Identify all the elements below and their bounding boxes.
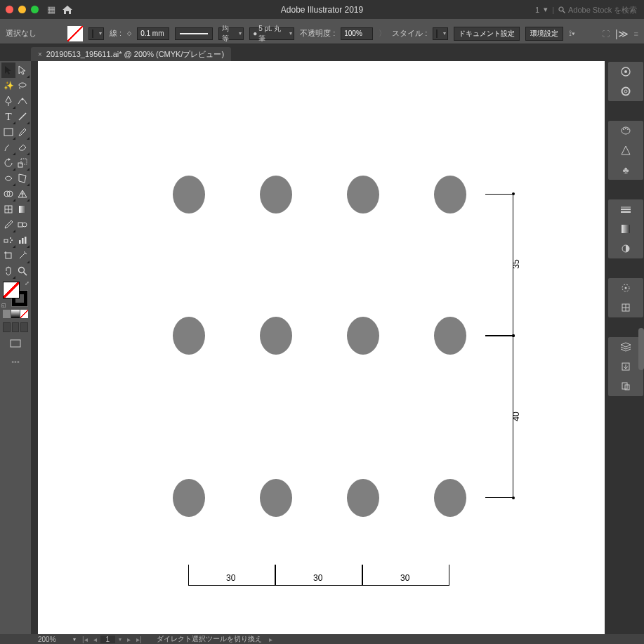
artboard-tool[interactable]: [1, 248, 15, 263]
last-artboard-button[interactable]: ▸|: [134, 636, 144, 643]
ellipse-shape[interactable]: [260, 317, 292, 355]
ellipse-shape[interactable]: [173, 176, 205, 213]
ellipse-shape[interactable]: [347, 479, 379, 517]
curvature-tool[interactable]: [15, 93, 29, 109]
direct-select-tool[interactable]: [15, 63, 29, 78]
transparency-panel-icon[interactable]: [608, 239, 643, 258]
status-chevron-icon[interactable]: ▸: [269, 636, 272, 643]
scale-tool[interactable]: [15, 155, 29, 171]
fill-dropdown[interactable]: [88, 27, 104, 40]
graph-tool[interactable]: [15, 232, 29, 248]
stroke-profile[interactable]: [175, 27, 213, 40]
options-menu-icon[interactable]: ≡: [634, 29, 638, 38]
default-fill-stroke-icon[interactable]: ◱: [1, 303, 6, 308]
zoom-tool[interactable]: [15, 263, 29, 279]
draw-inside[interactable]: [20, 322, 28, 332]
eyedropper-tool[interactable]: [1, 217, 15, 232]
zoom-window-button[interactable]: [31, 6, 39, 13]
fill-color-box[interactable]: [3, 282, 20, 298]
panel-scrollbar[interactable]: [638, 328, 644, 370]
stroke-weight-input[interactable]: [137, 27, 169, 40]
color-guide-panel-icon[interactable]: [608, 140, 643, 160]
workspace-chevron-icon[interactable]: ▾: [544, 5, 548, 14]
gradient-tool[interactable]: [15, 202, 29, 217]
color-mode-gradient[interactable]: [11, 310, 19, 318]
magic-wand-tool[interactable]: ✨: [1, 78, 15, 93]
screen-mode-button[interactable]: [1, 335, 29, 352]
color-mode-solid[interactable]: [3, 310, 11, 318]
ellipse-shape[interactable]: [347, 176, 379, 213]
zoom-chevron-icon[interactable]: ▾: [73, 636, 76, 643]
zoom-level[interactable]: 200%: [38, 636, 69, 643]
opacity-input[interactable]: [341, 27, 373, 40]
lasso-tool[interactable]: [15, 78, 29, 93]
minimize-window-button[interactable]: [18, 6, 26, 13]
ellipse-shape[interactable]: [260, 176, 292, 213]
free-transform-tool[interactable]: [15, 171, 29, 186]
search-input[interactable]: [568, 6, 638, 14]
stroke-panel-icon[interactable]: [608, 199, 643, 219]
edit-inside-icon[interactable]: |≫: [615, 28, 629, 39]
isolation-icon[interactable]: ⛶: [602, 29, 610, 38]
ellipse-shape[interactable]: [434, 479, 466, 517]
shaper-tool[interactable]: [1, 140, 15, 155]
swap-fill-stroke-icon[interactable]: ⤢: [25, 280, 29, 287]
close-tab-icon[interactable]: ×: [38, 51, 42, 58]
blend-tool[interactable]: [15, 217, 29, 232]
rectangle-tool[interactable]: [1, 124, 15, 140]
appearance-panel-icon[interactable]: [608, 278, 643, 298]
prev-artboard-button[interactable]: ◂: [91, 636, 99, 643]
next-artboard-button[interactable]: ▸: [125, 636, 133, 643]
fill-stroke-indicator[interactable]: ⤢ ◱: [1, 279, 29, 310]
gradient-panel-icon[interactable]: [608, 219, 643, 239]
ellipse-shape[interactable]: [434, 317, 466, 355]
document-setup-button[interactable]: ドキュメント設定: [454, 27, 520, 41]
artboard-chevron-icon[interactable]: ▾: [117, 636, 124, 643]
style-dropdown[interactable]: [433, 27, 448, 40]
width-tool[interactable]: [1, 171, 15, 186]
color-mode-none[interactable]: [20, 310, 28, 318]
draw-behind[interactable]: [12, 322, 20, 332]
draw-normal[interactable]: [3, 322, 11, 332]
stroke-weight-chevron-icon[interactable]: ◇: [127, 30, 131, 37]
graphic-styles-panel-icon[interactable]: [608, 298, 643, 317]
color-panel-icon[interactable]: [608, 121, 643, 140]
libraries-panel-icon[interactable]: [608, 81, 643, 101]
mesh-tool[interactable]: [1, 202, 15, 217]
dash-dropdown[interactable]: 均等: [218, 27, 244, 40]
ellipse-shape[interactable]: [173, 479, 205, 517]
stock-search[interactable]: [558, 6, 638, 14]
artboard[interactable]: 3540303030: [38, 61, 605, 634]
preferences-button[interactable]: 環境設定: [525, 27, 563, 41]
brush-dropdown[interactable]: ●5 pt. 丸筆: [249, 27, 294, 40]
edit-toolbar-button[interactable]: •••: [1, 352, 29, 372]
rotate-tool[interactable]: [1, 155, 15, 171]
first-artboard-button[interactable]: |◂: [80, 636, 90, 643]
close-window-button[interactable]: [6, 6, 13, 13]
pen-tool[interactable]: [1, 93, 15, 109]
hand-tool[interactable]: [1, 263, 15, 279]
swatches-panel-icon[interactable]: ♣: [608, 160, 643, 180]
type-tool[interactable]: T: [1, 109, 15, 124]
selection-tool[interactable]: [1, 63, 15, 78]
svg-line-27: [24, 272, 27, 276]
perspective-tool[interactable]: [15, 186, 29, 202]
slice-tool[interactable]: [15, 248, 29, 263]
properties-panel-icon[interactable]: [608, 62, 643, 81]
ellipse-shape[interactable]: [434, 176, 466, 213]
workspace-count[interactable]: 1: [535, 6, 539, 14]
fill-swatch[interactable]: [67, 26, 83, 41]
home-icon[interactable]: [63, 6, 72, 14]
paintbrush-tool[interactable]: [15, 124, 29, 140]
ellipse-shape[interactable]: [260, 479, 292, 517]
shape-builder-tool[interactable]: [1, 186, 15, 202]
document-tab[interactable]: × 20190513_195611.ai* @ 200% (CMYK/プレビュー…: [31, 47, 231, 61]
eraser-tool[interactable]: [15, 140, 29, 155]
artboards-panel-icon[interactable]: [608, 376, 643, 396]
align-icon[interactable]: ⟟▾: [569, 29, 575, 38]
line-tool[interactable]: [15, 109, 29, 124]
ellipse-shape[interactable]: [347, 317, 379, 355]
symbol-sprayer-tool[interactable]: [1, 232, 15, 248]
artboard-number[interactable]: 1: [100, 636, 116, 643]
ellipse-shape[interactable]: [173, 317, 205, 355]
